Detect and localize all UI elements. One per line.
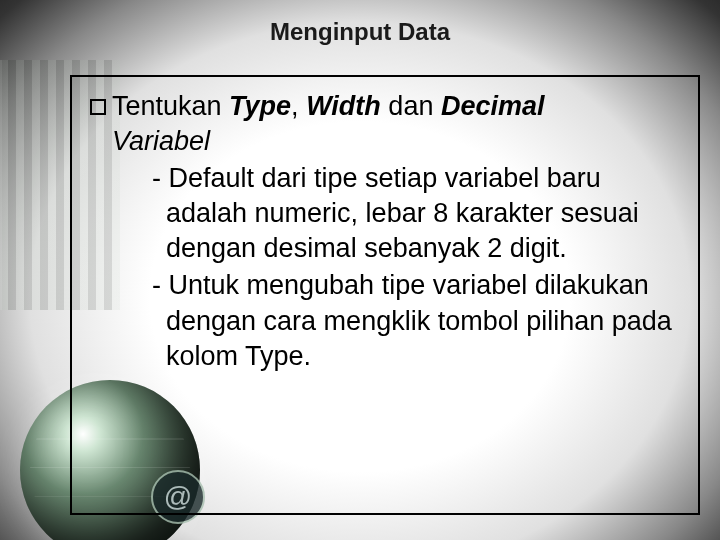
sub-item-2: - Untuk mengubah tipe variabel dilakukan…: [138, 268, 680, 373]
sep: ,: [291, 91, 306, 121]
bullet-heading-line2: Variabel: [112, 124, 680, 159]
bullet-heading: Tentukan Type, Width dan Decimal: [112, 89, 680, 124]
square-bullet-icon: [90, 99, 106, 115]
slide-title: Menginput Data: [0, 18, 720, 46]
term-type: Type: [229, 91, 291, 121]
mid: dan: [381, 91, 441, 121]
term-width: Width: [306, 91, 381, 121]
sub-list: - Default dari tipe setiap variabel baru…: [112, 161, 680, 374]
term-decimal: Decimal: [441, 91, 545, 121]
bullet-lead: Tentukan: [112, 91, 229, 121]
bullet-item: Tentukan Type, Width dan Decimal Variabe…: [90, 89, 680, 374]
content-frame: Tentukan Type, Width dan Decimal Variabe…: [70, 75, 700, 515]
bullet-text-block: Tentukan Type, Width dan Decimal Variabe…: [112, 89, 680, 374]
sub-item-1: - Default dari tipe setiap variabel baru…: [138, 161, 680, 266]
